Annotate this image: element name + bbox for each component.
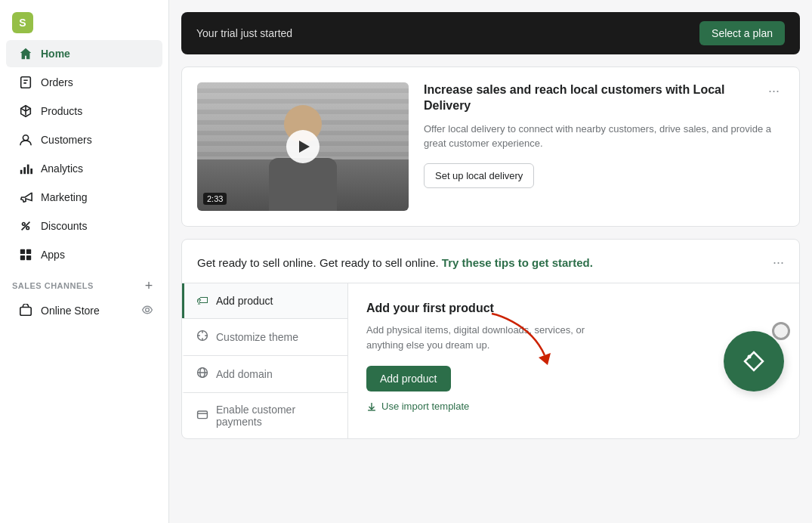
play-button[interactable]: [286, 130, 320, 163]
trial-banner: Your trial just started Select a plan: [181, 12, 800, 54]
sidebar-logo: S: [0, 0, 168, 39]
sidebar-home-label: Home: [41, 48, 70, 60]
tips-right-panel: Add your first product Add physical item…: [348, 283, 799, 438]
analytics-icon: [18, 161, 33, 176]
customers-icon: [18, 132, 33, 147]
online-store-icon: [18, 303, 33, 318]
video-thumbnail[interactable]: 2:33: [197, 82, 409, 211]
tip-item-customize-theme[interactable]: Customize theme: [182, 318, 347, 355]
online-store-label: Online Store: [41, 305, 100, 317]
orders-icon: [18, 75, 33, 90]
tips-left-panel: 🏷 Add product Customize theme Add domain: [182, 283, 348, 438]
svg-rect-10: [20, 255, 25, 260]
sidebar-item-apps[interactable]: Apps: [6, 241, 162, 268]
apps-icon: [18, 247, 33, 262]
tip-item-enable-payments[interactable]: Enable customer payments: [182, 392, 347, 438]
tips-card-title: Get ready to sell online. Get ready to s…: [197, 256, 593, 270]
sidebar-discounts-label: Discounts: [41, 220, 87, 232]
download-icon: [366, 401, 377, 412]
active-tip-description: Add physical items, digital downloads, s…: [366, 323, 623, 352]
customize-icon: [196, 330, 208, 345]
svg-rect-8: [20, 249, 25, 254]
sidebar-marketing-label: Marketing: [41, 191, 87, 203]
tag-svg-icon: [739, 346, 769, 376]
add-product-button[interactable]: Add product: [366, 366, 451, 391]
sidebar-item-products[interactable]: Products: [6, 97, 162, 125]
video-card-title: Increase sales and reach local customers…: [424, 82, 784, 114]
sidebar-item-online-store[interactable]: Online Store: [6, 297, 162, 324]
sidebar-products-label: Products: [41, 105, 82, 117]
sidebar-analytics-label: Analytics: [41, 162, 83, 175]
domain-icon: [196, 367, 208, 382]
svg-rect-11: [26, 255, 31, 260]
svg-rect-4: [27, 165, 29, 175]
svg-rect-9: [26, 249, 31, 254]
svg-point-19: [748, 354, 752, 358]
sidebar-item-home[interactable]: Home: [6, 40, 162, 67]
svg-point-1: [23, 135, 28, 141]
home-icon: [18, 46, 33, 61]
tip-item-add-product[interactable]: 🏷 Add product: [182, 283, 347, 318]
video-card-description: Offer local delivery to connect with nea…: [424, 122, 784, 151]
svg-marker-18: [539, 353, 551, 365]
active-tip-title: Add your first product: [366, 302, 781, 315]
payments-icon: [196, 408, 208, 423]
svg-rect-3: [23, 167, 26, 174]
tip-item-add-domain[interactable]: Add domain: [182, 355, 347, 392]
products-icon: [18, 104, 33, 119]
sidebar-item-customers[interactable]: Customers: [6, 126, 162, 153]
shopify-logo-icon: S: [12, 12, 33, 33]
svg-rect-5: [30, 169, 32, 174]
svg-rect-0: [21, 77, 31, 88]
svg-point-6: [23, 223, 26, 226]
select-plan-button[interactable]: Select a plan: [699, 21, 785, 45]
sidebar-item-analytics[interactable]: Analytics: [6, 155, 162, 182]
main-content: Your trial just started Select a plan 2:…: [169, 0, 812, 523]
sidebar-item-orders[interactable]: Orders: [6, 69, 162, 96]
svg-point-13: [146, 308, 150, 311]
tips-card-header: Get ready to sell online. Get ready to s…: [182, 240, 799, 283]
setup-local-delivery-button[interactable]: Set up local delivery: [424, 163, 534, 188]
sidebar-item-marketing[interactable]: Marketing: [6, 184, 162, 211]
tag-hook-icon: [772, 322, 790, 340]
trial-message: Your trial just started: [196, 27, 292, 39]
tips-card-menu-button[interactable]: ···: [773, 255, 784, 271]
svg-rect-17: [198, 411, 208, 419]
sidebar-orders-label: Orders: [41, 76, 73, 88]
import-template-link[interactable]: Use import template: [366, 401, 781, 412]
tag-icon: 🏷: [196, 294, 208, 308]
sidebar-customers-label: Customers: [41, 134, 92, 146]
online-store-visibility-icon[interactable]: [141, 304, 153, 318]
video-duration: 2:33: [203, 193, 227, 205]
add-sales-channel-button[interactable]: +: [141, 278, 156, 293]
sidebar-apps-label: Apps: [41, 249, 65, 261]
marketing-icon: [18, 190, 33, 205]
product-tag-illustration: [724, 331, 784, 391]
svg-point-7: [26, 227, 29, 230]
tips-card: Get ready to sell online. Get ready to s…: [181, 239, 800, 439]
discounts-icon: [18, 218, 33, 234]
svg-rect-12: [20, 308, 31, 316]
sales-channels-section: SALES CHANNELS +: [0, 269, 168, 296]
tag-shape: [724, 331, 784, 391]
tips-layout: 🏷 Add product Customize theme Add domain: [182, 283, 799, 438]
svg-rect-2: [20, 170, 23, 174]
video-card-menu-button[interactable]: ···: [764, 82, 784, 99]
video-card: 2:33 ··· Increase sales and reach local …: [181, 67, 800, 227]
sidebar: S Home Orders Products Customers Analyti…: [0, 0, 169, 523]
video-info: ··· Increase sales and reach local custo…: [424, 82, 784, 211]
play-triangle-icon: [299, 141, 310, 153]
sidebar-item-discounts[interactable]: Discounts: [6, 212, 162, 240]
